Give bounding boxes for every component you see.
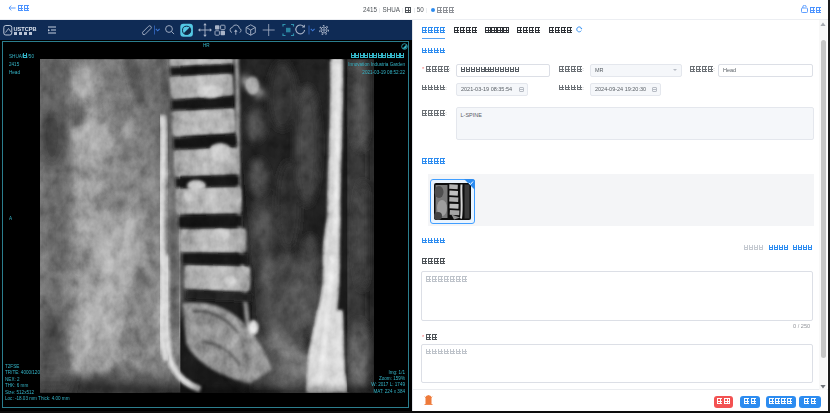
svg-text:USTCPB: USTCPB <box>14 26 37 32</box>
